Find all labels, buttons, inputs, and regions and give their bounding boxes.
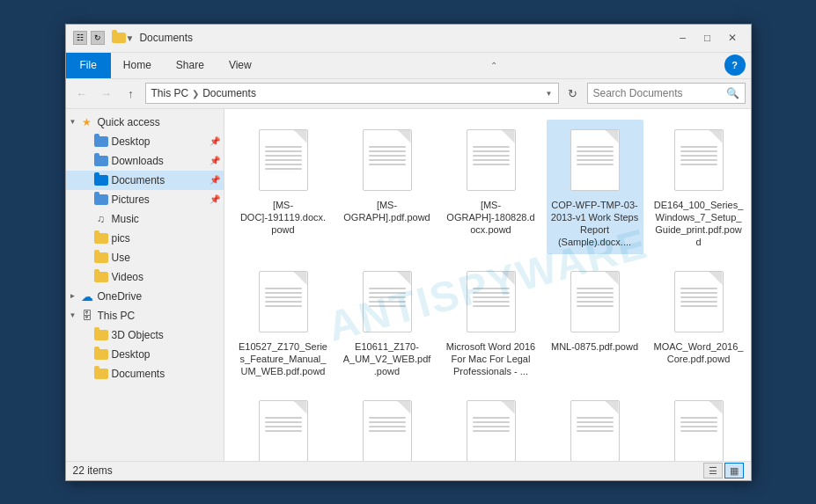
file-icon-wrapper — [668, 125, 730, 195]
desktop-label: Desktop — [112, 135, 208, 148]
sidebar-item-music[interactable]: ♫ Music — [66, 209, 224, 229]
list-view-button[interactable]: ☰ — [703, 463, 723, 478]
list-item[interactable] — [651, 391, 747, 461]
help-button[interactable]: ? — [724, 55, 746, 76]
list-item[interactable]: MOAC_Word_2016_Core.pdf.powd — [651, 261, 747, 383]
sidebar-item-use[interactable]: Use — [66, 248, 224, 267]
document-icon — [570, 400, 620, 461]
list-item[interactable]: DE164_100_Series_Windows_7_Setup_Guide_p… — [651, 120, 747, 254]
window-title-text: Documents — [139, 32, 193, 44]
file-icon-wrapper — [668, 396, 730, 461]
path-this-pc[interactable]: This PC — [151, 87, 189, 99]
view-buttons: ☰ ▦ — [703, 463, 744, 478]
sidebar-item-this-pc[interactable]: ▼ 🗄 This PC — [66, 306, 224, 325]
desktop2-label: Desktop — [112, 348, 220, 361]
expand-icon-quick-access[interactable]: ▼ — [66, 115, 80, 129]
document-icon — [570, 271, 620, 332]
minimize-button[interactable]: – — [672, 29, 695, 47]
list-item[interactable]: E10611_Z170-A_UM_V2_WEB.pdf.powd — [339, 261, 436, 383]
refresh-button[interactable]: ↻ — [562, 83, 584, 104]
up-button[interactable]: ↑ — [121, 83, 142, 104]
sidebar-item-downloads[interactable]: Downloads 📌 — [66, 151, 224, 171]
folder-icon-desktop — [94, 135, 108, 149]
pin-icon-documents: 📌 — [210, 175, 220, 185]
file-icon-wrapper — [460, 125, 522, 195]
document-icon — [570, 129, 620, 191]
path-documents[interactable]: Documents — [202, 87, 256, 99]
music-label: Music — [112, 213, 220, 225]
path-separator-1: ❯ — [192, 89, 199, 99]
file-icon-wrapper — [357, 396, 418, 461]
folder-icon-documents2 — [94, 367, 108, 381]
menu-file[interactable]: File — [66, 53, 111, 78]
list-item[interactable] — [443, 391, 540, 461]
sidebar-item-3d-objects[interactable]: 3D Objects — [66, 325, 224, 345]
doc-lines — [265, 417, 302, 432]
document-icon — [363, 271, 412, 332]
list-item[interactable] — [547, 391, 643, 461]
address-bar: ← → ↑ This PC ❯ Documents ▼ ↻ 🔍 — [66, 79, 751, 109]
sidebar-item-desktop[interactable]: Desktop 📌 — [66, 132, 224, 151]
list-item[interactable]: Microsoft Word 2016 For Mac For Legal Pr… — [443, 261, 540, 383]
doc-lines — [680, 146, 717, 165]
sidebar-item-pics[interactable]: pics — [66, 229, 224, 248]
videos-label: Videos — [112, 271, 220, 283]
use-label: Use — [112, 252, 220, 264]
music-icon: ♫ — [94, 212, 108, 226]
expand-icon-this-pc[interactable]: ▼ — [66, 309, 80, 323]
sidebar-item-documents2[interactable]: Documents — [66, 364, 224, 383]
list-item[interactable] — [339, 391, 436, 461]
file-area: ANTISPYWARE — [224, 109, 751, 461]
sidebar-item-videos[interactable]: Videos — [66, 267, 224, 287]
folder-icon-pics — [94, 231, 108, 245]
file-icon-wrapper — [357, 125, 418, 195]
folder-icon-videos — [94, 270, 108, 284]
document-icon — [259, 400, 308, 461]
list-item[interactable]: [MS-OGRAPH].pdf.powd — [339, 120, 436, 254]
file-icon-wrapper — [253, 125, 314, 195]
expand-icon-onedrive[interactable]: ► — [66, 289, 80, 303]
file-icon-wrapper — [460, 267, 522, 337]
title-bar: ☷ ↻ ▼ Documents – □ ✕ — [66, 25, 751, 53]
search-input[interactable] — [593, 87, 723, 99]
list-item[interactable]: MNL-0875.pdf.powd — [547, 261, 643, 383]
list-item[interactable]: E10527_Z170_Series_Feature_Manual_UM_WEB… — [235, 261, 332, 383]
sidebar-item-onedrive[interactable]: ► ☁ OneDrive — [66, 287, 224, 306]
menu-share[interactable]: Share — [164, 53, 217, 78]
status-bar: 22 items ☰ ▦ — [66, 461, 751, 480]
forward-button[interactable]: → — [96, 83, 117, 104]
file-name: E10527_Z170_Series_Feature_Manual_UM_WEB… — [239, 340, 328, 378]
search-icon: 🔍 — [726, 87, 739, 99]
file-icon-wrapper — [564, 267, 626, 337]
path-dropdown-icon[interactable]: ▼ — [546, 90, 553, 98]
sidebar-item-documents[interactable]: Documents 📌 — [66, 171, 224, 190]
sidebar-item-desktop2[interactable]: Desktop — [66, 345, 224, 364]
sidebar-item-pictures[interactable]: Pictures 📌 — [66, 190, 224, 209]
grid-view-button[interactable]: ▦ — [724, 463, 744, 478]
menu-bar: File Home Share View ⌃ ? — [66, 53, 751, 79]
file-icon-wrapper — [253, 396, 314, 461]
list-item[interactable]: [MS-DOC]-191119.docx.powd — [235, 120, 332, 254]
sidebar-item-quick-access[interactable]: ▼ ★ Quick access — [66, 113, 224, 132]
back-button[interactable]: ← — [71, 83, 92, 104]
list-item[interactable] — [235, 391, 332, 461]
close-button[interactable]: ✕ — [721, 29, 744, 47]
address-path[interactable]: This PC ❯ Documents ▼ — [145, 83, 559, 104]
pin-icon: 📌 — [210, 136, 220, 146]
pc-icon: 🗄 — [80, 309, 94, 323]
file-name: [MS-OGRAPH].pdf.powd — [342, 199, 432, 224]
quick-access-label: Quick access — [98, 116, 220, 128]
file-name: [MS-DOC]-191119.docx.powd — [239, 199, 328, 237]
list-item[interactable]: COP-WFP-TMP-03-2013-v1 Work Steps Report… — [547, 120, 643, 254]
file-grid: [MS-DOC]-191119.docx.powd — [232, 116, 744, 461]
doc-lines — [473, 417, 510, 432]
maximize-button[interactable]: □ — [696, 29, 719, 47]
file-icon-wrapper — [668, 267, 730, 337]
menu-view[interactable]: View — [217, 53, 264, 78]
search-box[interactable]: 🔍 — [587, 83, 746, 104]
menu-home[interactable]: Home — [111, 53, 164, 78]
file-icon-wrapper — [253, 267, 314, 337]
menu-chevron-icon[interactable]: ⌃ — [483, 61, 504, 70]
pin-icon-pictures: 📌 — [210, 194, 220, 204]
list-item[interactable]: [MS-OGRAPH]-180828.docx.powd — [443, 120, 540, 254]
